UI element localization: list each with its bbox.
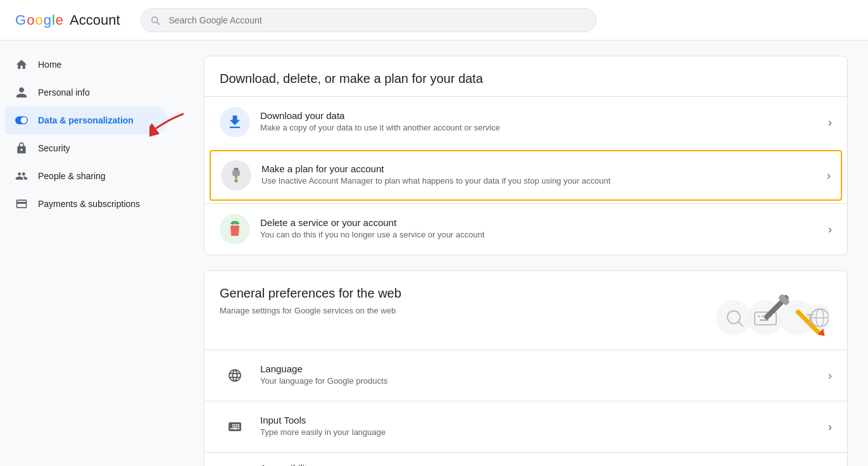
google-wordmark: Google <box>15 12 63 28</box>
sidebar-item-people-sharing[interactable]: People & sharing <box>5 162 168 190</box>
accessibility-content: Accessibility Screen reader OFF High-con… <box>260 463 818 466</box>
sidebar-item-people-label: People & sharing <box>38 171 106 181</box>
sidebar-item-personal-info-label: Personal info <box>38 87 90 98</box>
lock-icon <box>15 142 28 154</box>
search-input[interactable] <box>141 8 596 32</box>
accessibility-title: Accessibility <box>260 463 818 466</box>
toggle-icon <box>15 114 28 127</box>
svg-point-13 <box>716 300 752 336</box>
svg-rect-3 <box>234 168 239 170</box>
delete-service-icon <box>220 214 250 244</box>
svg-rect-4 <box>232 170 240 176</box>
person-icon <box>15 86 28 99</box>
input-tools-chevron: › <box>828 420 832 434</box>
sidebar: Home Personal info Data & personalizatio… <box>0 41 184 466</box>
sidebar-item-data-personalization[interactable]: Data & personalization <box>5 106 168 134</box>
sidebar-item-security-label: Security <box>38 143 70 153</box>
sidebar-item-payments-label: Payments & subscriptions <box>38 199 140 209</box>
sidebar-item-home-label: Home <box>38 60 61 70</box>
delete-service-item[interactable]: Delete a service or your account You can… <box>204 203 847 255</box>
delete-service-desc: You can do this if you no longer use a s… <box>260 229 818 241</box>
download-data-content: Download your data Make a copy of your d… <box>260 110 818 134</box>
input-tools-desc: Type more easily in your language <box>260 427 818 438</box>
app-title: Account <box>70 12 120 28</box>
google-account-logo[interactable]: Google Account <box>15 12 120 28</box>
input-tools-title: Input Tools <box>260 415 818 425</box>
svg-rect-21 <box>758 315 760 317</box>
delete-service-content: Delete a service or your account You can… <box>260 217 818 241</box>
input-tools-item[interactable]: Input Tools Type more easily in your lan… <box>204 401 847 452</box>
sidebar-item-home[interactable]: Home <box>5 51 168 79</box>
language-item[interactable]: Language Your language for Google produc… <box>204 350 847 401</box>
language-title: Language <box>260 363 818 374</box>
tools-svg: T <box>708 289 829 346</box>
page-layout: Home Personal info Data & personalizatio… <box>0 41 868 466</box>
svg-rect-22 <box>762 315 764 317</box>
sidebar-item-payments[interactable]: Payments & subscriptions <box>5 190 168 218</box>
download-data-icon <box>220 107 250 137</box>
svg-point-10 <box>232 224 233 225</box>
language-desc: Your language for Google products <box>260 375 818 387</box>
svg-rect-9 <box>232 221 237 222</box>
sidebar-item-security[interactable]: Security <box>5 134 168 162</box>
accessibility-item[interactable]: Accessibility Screen reader OFF High-con… <box>204 452 847 466</box>
data-management-title: Download, delete, or make a plan for you… <box>204 56 847 96</box>
download-data-item[interactable]: Download your data Make a copy of your d… <box>204 96 847 148</box>
tools-illustration: T <box>705 286 832 350</box>
svg-point-11 <box>234 224 236 225</box>
pref-subtitle: Manage settings for Google services on t… <box>220 306 705 325</box>
svg-point-1 <box>21 117 27 123</box>
download-data-title: Download your data <box>260 110 818 121</box>
pref-title: General preferences for the web <box>220 286 705 306</box>
pref-card-text: General preferences for the web Manage s… <box>220 286 705 325</box>
svg-point-12 <box>236 224 237 225</box>
search-container <box>141 8 596 32</box>
language-icon <box>220 360 250 391</box>
delete-service-title: Delete a service or your account <box>260 217 818 228</box>
make-plan-content: Make a plan for your account Use Inactiv… <box>261 163 817 187</box>
language-content: Language Your language for Google produc… <box>260 363 818 387</box>
card-icon <box>15 198 28 210</box>
pref-card-header: General preferences for the web Manage s… <box>204 271 847 350</box>
make-plan-desc: Use Inactive Account Manager to plan wha… <box>261 175 817 187</box>
download-data-chevron: › <box>828 116 832 129</box>
make-plan-icon <box>221 160 251 191</box>
general-preferences-card: General preferences for the web Manage s… <box>204 270 848 466</box>
make-plan-chevron: › <box>827 169 831 182</box>
main-content: Download, delete, or make a plan for you… <box>184 41 868 466</box>
input-tools-content: Input Tools Type more easily in your lan… <box>260 415 818 438</box>
search-icon <box>149 15 161 26</box>
svg-rect-7 <box>235 180 238 182</box>
input-tools-icon <box>220 412 250 442</box>
delete-service-chevron: › <box>828 223 832 236</box>
home-icon <box>15 58 28 71</box>
people-icon <box>15 170 28 182</box>
language-chevron: › <box>828 369 832 382</box>
sidebar-item-data-label: Data & personalization <box>38 115 134 125</box>
data-management-card: Download, delete, or make a plan for you… <box>204 56 848 255</box>
make-plan-item[interactable]: Make a plan for your account Use Inactiv… <box>210 150 842 201</box>
make-plan-title: Make a plan for your account <box>261 163 817 174</box>
download-data-desc: Make a copy of your data to use it with … <box>260 122 818 134</box>
sidebar-item-personal-info[interactable]: Personal info <box>5 79 168 106</box>
app-header: Google Account <box>0 0 868 41</box>
